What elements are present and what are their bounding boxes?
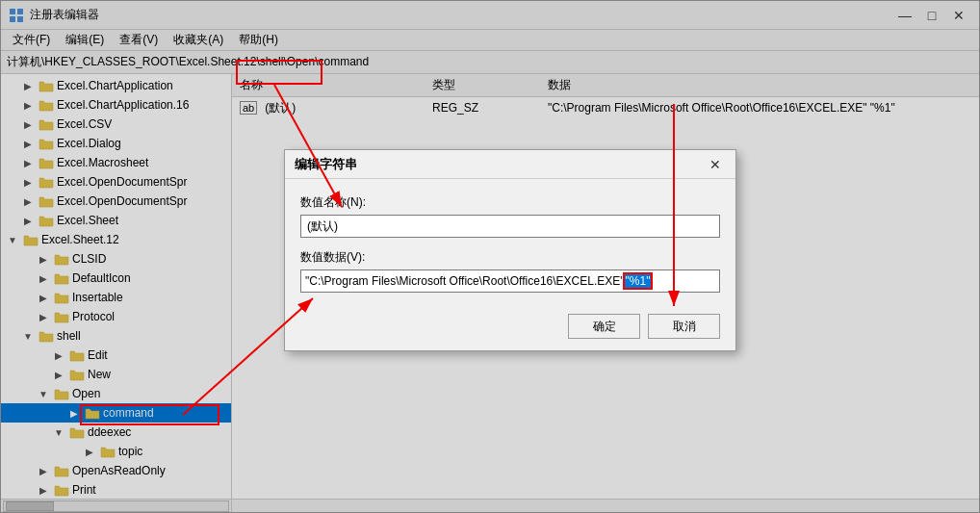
data-label: 数值数据(V):	[300, 249, 720, 266]
name-input[interactable]	[300, 215, 720, 238]
data-input-highlight: "%1"	[625, 274, 652, 288]
name-label: 数值名称(N):	[300, 194, 720, 211]
dialog-buttons: 确定 取消	[300, 310, 720, 339]
dialog-title-text: 编辑字符串	[295, 156, 705, 173]
dialog-close-button[interactable]: ✕	[705, 154, 726, 175]
dialog-title-bar: 编辑字符串 ✕	[285, 150, 735, 179]
cancel-button[interactable]: 取消	[648, 314, 720, 339]
data-input-prefix: "C:\Program Files\Microsoft Office\Root\…	[305, 274, 625, 288]
dialog-body: 数值名称(N): 数值数据(V): "C:\Program Files\Micr…	[285, 179, 735, 350]
ok-button[interactable]: 确定	[568, 314, 640, 339]
edit-string-dialog: 编辑字符串 ✕ 数值名称(N): 数值数据(V): "C:\Program Fi…	[284, 149, 736, 351]
